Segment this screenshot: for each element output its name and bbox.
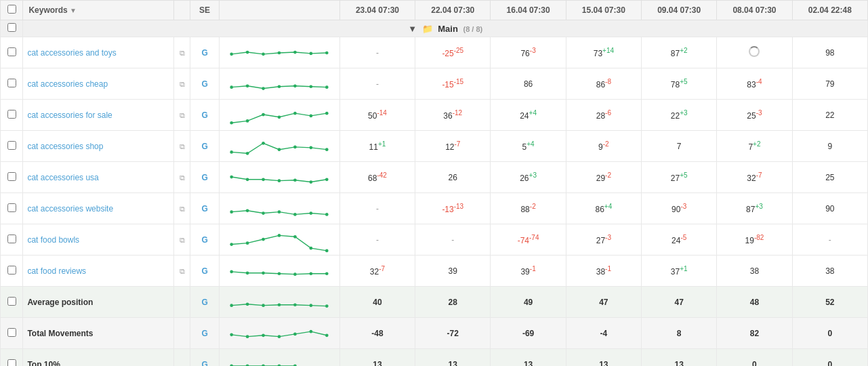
table-row: cat accessories usa ⧉ G 68-422626+329-22… (1, 162, 868, 193)
date-col-1: 22.04 07:30 (415, 1, 491, 20)
row-checkbox[interactable] (7, 79, 16, 87)
row-checkbox[interactable] (7, 110, 16, 119)
copy-icon-cell[interactable]: ⧉ (173, 224, 190, 256)
summary-value-cell: 13 (415, 349, 491, 367)
svg-point-34 (325, 178, 329, 181)
position-cell: 32-7 (717, 162, 792, 193)
se-cell: G (190, 100, 219, 131)
row-checkbox-cell (1, 256, 23, 287)
position-cell: 11+1 (339, 131, 415, 162)
summary-se-cell: G (190, 349, 219, 367)
svg-point-36 (246, 209, 249, 212)
position-cell: 86+4 (566, 193, 641, 224)
keywords-header-label: Keywords (28, 5, 67, 15)
summary-value-cell: 13 (339, 349, 415, 367)
summary-checkbox-cell (1, 318, 23, 349)
summary-value-cell: 48 (717, 287, 792, 318)
svg-point-63 (230, 333, 234, 337)
position-cell: 24-5 (642, 224, 717, 256)
svg-point-19 (310, 115, 313, 118)
position-cell: 26 (415, 162, 491, 193)
svg-point-4 (293, 51, 297, 54)
summary-checkbox[interactable] (7, 328, 16, 337)
sparkline-cell (219, 193, 339, 224)
sparkline-chart (228, 349, 330, 366)
row-checkbox-cell (1, 131, 23, 162)
position-cell: 36-12 (415, 100, 491, 131)
row-checkbox[interactable] (7, 266, 16, 274)
summary-value-cell: 0 (792, 349, 867, 367)
copy-icon-cell[interactable]: ⧉ (173, 68, 190, 100)
rankings-table: Keywords ▼ SE 23.04 07:30 22.04 07:30 16… (0, 0, 868, 366)
copy-icon[interactable]: ⧉ (180, 174, 185, 182)
svg-point-43 (246, 241, 249, 245)
position-cell: 78+5 (642, 68, 717, 100)
position-cell: 37+1 (642, 256, 717, 287)
summary-row-total-movements: Total Movements G -48-72-69-48820 (1, 318, 868, 349)
summary-empty-cell (173, 349, 190, 367)
se-cell: G (190, 162, 219, 193)
keyword-link[interactable]: cat food reviews (27, 266, 86, 276)
row-checkbox[interactable] (7, 141, 16, 150)
svg-point-1 (246, 51, 249, 54)
svg-point-9 (262, 87, 266, 90)
summary-empty-cell (173, 318, 190, 349)
copy-icon-cell[interactable]: ⧉ (173, 162, 190, 193)
select-all-checkbox[interactable] (7, 5, 16, 14)
svg-point-17 (278, 115, 281, 119)
keyword-link[interactable]: cat accessories and toys (27, 48, 116, 58)
group-checkbox-cell (1, 20, 23, 37)
sparkline-cell (219, 68, 339, 100)
copy-icon-cell[interactable]: ⧉ (173, 193, 190, 224)
sparkline-chart (228, 224, 330, 255)
group-checkbox[interactable] (7, 23, 16, 32)
summary-checkbox[interactable] (7, 359, 16, 367)
position-cell: 73+14 (566, 37, 641, 68)
copy-icon[interactable]: ⧉ (180, 80, 185, 88)
copy-icon-cell[interactable]: ⧉ (173, 37, 190, 68)
row-checkbox[interactable] (7, 203, 16, 212)
keywords-column-header[interactable]: Keywords ▼ (23, 1, 174, 20)
svg-point-15 (246, 119, 249, 123)
copy-icon[interactable]: ⧉ (180, 142, 185, 150)
svg-point-31 (278, 179, 281, 182)
row-checkbox[interactable] (7, 235, 16, 243)
copy-icon[interactable]: ⧉ (180, 267, 185, 275)
keyword-link[interactable]: cat accessories website (27, 204, 113, 214)
copy-icon[interactable]: ⧉ (180, 205, 185, 213)
sparkline-chart (228, 131, 330, 161)
svg-point-52 (278, 272, 281, 275)
svg-point-22 (246, 152, 249, 155)
summary-checkbox[interactable] (7, 297, 16, 306)
table-row: cat accessories shop ⧉ G 11+112-75+49-27… (1, 131, 868, 162)
copy-icon-cell[interactable]: ⧉ (173, 131, 190, 162)
svg-point-25 (293, 146, 297, 149)
copy-icon-cell[interactable]: ⧉ (173, 100, 190, 131)
position-cell: 39-1 (491, 256, 566, 287)
svg-point-64 (246, 335, 249, 338)
keyword-link[interactable]: cat accessories for sale (27, 110, 112, 120)
keyword-link[interactable]: cat accessories shop (27, 142, 103, 151)
keyword-link[interactable]: cat food bowls (27, 235, 79, 245)
se-cell: G (190, 37, 219, 68)
keyword-link[interactable]: cat accessories usa (27, 173, 98, 182)
date-col-0: 23.04 07:30 (339, 1, 415, 20)
copy-icon[interactable]: ⧉ (180, 111, 185, 119)
copy-icon[interactable]: ⧉ (180, 236, 185, 244)
svg-point-16 (262, 113, 266, 117)
svg-point-35 (230, 210, 234, 214)
copy-icon-cell[interactable]: ⧉ (173, 256, 190, 287)
svg-point-32 (293, 178, 297, 182)
summary-value-cell: 47 (566, 287, 641, 318)
svg-point-24 (278, 148, 281, 151)
date-col-2: 16.04 07:30 (491, 1, 566, 20)
se-cell: G (190, 193, 219, 224)
row-checkbox[interactable] (7, 47, 16, 56)
keyword-link[interactable]: cat accessories cheap (27, 79, 108, 89)
collapse-arrow-icon[interactable]: ▼ (408, 24, 417, 34)
svg-point-53 (293, 272, 297, 276)
position-cell: 68-42 (339, 162, 415, 193)
copy-icon[interactable]: ⧉ (180, 49, 185, 57)
position-cell: 27+5 (642, 162, 717, 193)
row-checkbox[interactable] (7, 172, 16, 181)
